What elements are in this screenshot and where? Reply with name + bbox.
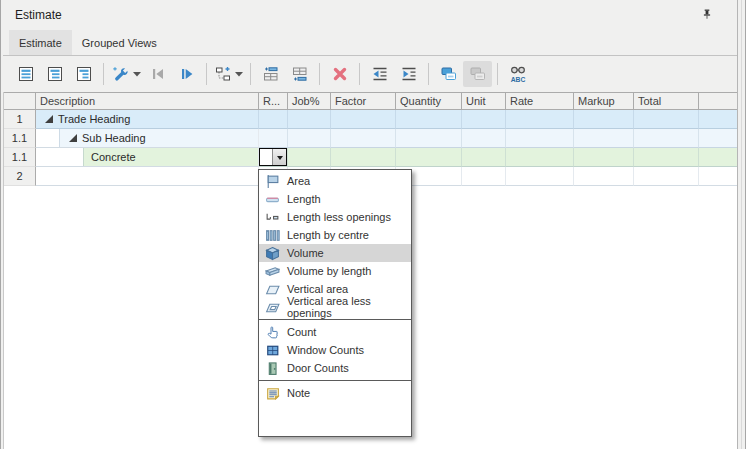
header-unit[interactable]: Unit [462,93,506,109]
outline-level-3-button[interactable] [69,61,98,87]
cell-quantity[interactable] [396,148,462,167]
cell-rate[interactable] [506,148,574,167]
cell-description[interactable]: Concrete [36,148,259,167]
cell-unit[interactable] [462,129,506,148]
dropdown-item-volume[interactable]: Volume [259,244,411,262]
dropdown-item-length-by-centre[interactable]: Length by centre [259,226,411,244]
vertical-area-less-openings-icon [264,300,280,315]
cell-factor[interactable] [331,110,396,129]
tab-estimate-label: Estimate [19,37,62,49]
cell-unit[interactable] [462,148,506,167]
dropdown-item-label: Volume by length [287,265,371,277]
table-row-sub-heading[interactable]: 1.1 Sub Heading [4,129,737,148]
volume-by-length-icon [264,264,280,279]
dropdown-item-label: Vertical area less openings [287,295,411,319]
dropdown-item-length-less-openings[interactable]: Length less openings [259,208,411,226]
dropdown-item-label: Note [287,387,310,399]
insert-row-above-button[interactable] [256,61,285,87]
dropdown-item-area[interactable]: Area [259,172,411,190]
indent-row-button[interactable] [394,61,423,87]
cell-factor[interactable] [331,148,396,167]
collapse-expander-icon[interactable] [69,134,77,142]
dropdown-item-label: Area [287,175,310,187]
chevron-down-icon [133,72,141,77]
dropdown-item-length[interactable]: Length [259,190,411,208]
pin-button[interactable] [699,7,715,23]
header-description[interactable]: Description [36,93,259,109]
cell-result-type[interactable] [259,148,288,167]
cell-quantity[interactable] [396,110,462,129]
cell-total[interactable] [634,129,699,148]
cell-markup[interactable] [574,167,634,186]
cell-rate[interactable] [506,167,574,186]
header-job-percent[interactable]: Job% [288,93,331,109]
header-total[interactable]: Total [634,93,699,109]
table-row-concrete[interactable]: 1.1 Concrete [4,148,737,167]
cell-rate[interactable] [506,110,574,129]
cell-total[interactable] [634,148,699,167]
previous-button[interactable] [143,61,172,87]
table-row-trade-heading[interactable]: 1 Trade Heading [4,110,737,129]
result-type-combo[interactable] [259,148,287,166]
header-rate[interactable]: Rate [506,93,574,109]
row-number: 1.1 [4,148,36,167]
dropdown-item-window-counts[interactable]: Window Counts [259,341,411,359]
cell-unit[interactable] [462,167,506,186]
combo-dropdown-button[interactable] [272,149,286,165]
header-markup[interactable]: Markup [574,93,634,109]
dropdown-item-count[interactable]: Count [259,323,411,341]
tab-grouped-views[interactable]: Grouped Views [72,30,167,55]
cell-total[interactable] [634,167,699,186]
dropdown-item-note[interactable]: Note [259,384,411,402]
cell-total[interactable] [634,110,699,129]
header-rownum [4,93,36,109]
previous-icon [149,65,167,83]
customise-tools-button[interactable] [109,61,143,87]
next-button[interactable] [172,61,201,87]
delete-row-button[interactable] [325,61,354,87]
length-by-centre-icon [264,228,280,243]
door-counts-icon [264,361,280,376]
outdent-row-button[interactable] [365,61,394,87]
tab-estimate[interactable]: Estimate [9,30,72,55]
cell-markup[interactable] [574,110,634,129]
insert-row-above-icon [262,65,280,83]
merge-cells-button[interactable] [434,61,463,87]
length-less-openings-icon [264,210,280,225]
cell-job[interactable] [288,110,331,129]
header-factor[interactable]: Factor [331,93,396,109]
cell-description[interactable] [36,167,259,186]
dropdown-item-label: Length less openings [287,211,391,223]
collapse-expander-icon[interactable] [45,115,53,123]
cell-factor[interactable] [331,129,396,148]
cell-quantity[interactable] [396,129,462,148]
outline-level-1-button[interactable] [11,61,40,87]
insert-row-below-button[interactable] [285,61,314,87]
outdent-icon [371,65,389,83]
cell-r[interactable] [259,129,288,148]
note-icon [264,386,280,401]
find-replace-button[interactable]: ABC [503,61,532,87]
header-quantity[interactable]: Quantity [396,93,462,109]
cell-r[interactable] [259,110,288,129]
cell-job[interactable] [288,129,331,148]
tools-wrench-icon [111,65,130,83]
grid-header-row: Description R... Job% Factor Quantity Un… [4,92,737,110]
dropdown-item-label: Count [287,326,316,338]
dropdown-item-volume-by-length[interactable]: Volume by length [259,262,411,280]
cell-description[interactable]: Trade Heading [36,110,259,129]
cell-description[interactable]: Sub Heading [36,129,259,148]
cell-unit[interactable] [462,110,506,129]
cell-markup[interactable] [574,129,634,148]
outline-level-2-button[interactable] [40,61,69,87]
indent-icon [400,65,418,83]
dropdown-item-door-counts[interactable]: Door Counts [259,359,411,377]
cell-job[interactable] [288,148,331,167]
panel-edge [737,0,746,449]
dropdown-item-vertical-area-less-openings[interactable]: Vertical area less openings [259,298,411,316]
cell-rate[interactable] [506,129,574,148]
dropdown-item-label: Length by centre [287,229,369,241]
cell-markup[interactable] [574,148,634,167]
header-r[interactable]: R... [259,93,288,109]
hierarchy-view-button[interactable] [212,61,245,87]
